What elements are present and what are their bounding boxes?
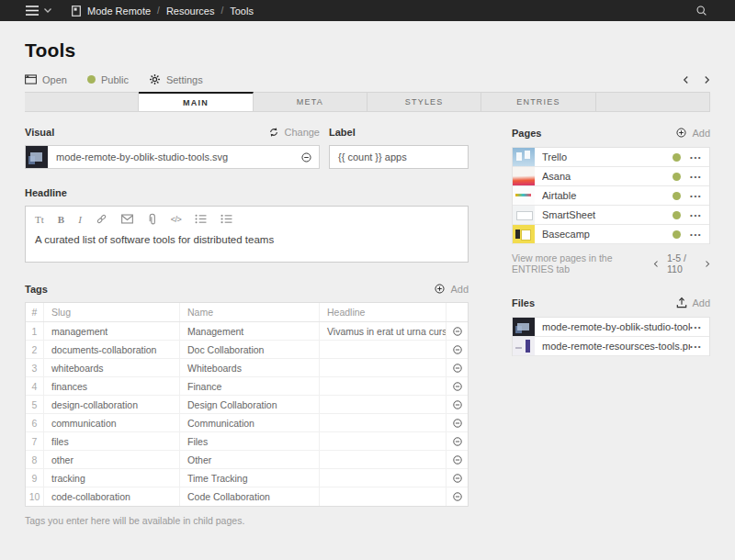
tag-name-cell[interactable]: Doc Collaboration <box>180 341 320 358</box>
open-button[interactable]: Open <box>25 74 67 85</box>
tag-headline-cell[interactable] <box>320 396 447 413</box>
breadcrumb-link[interactable]: Tools <box>230 6 254 17</box>
table-row[interactable]: 8 other Other <box>26 451 468 469</box>
tag-name-cell[interactable]: Time Tracking <box>180 469 320 487</box>
tag-headline-cell[interactable] <box>320 414 447 431</box>
link-icon[interactable] <box>96 213 107 225</box>
breadcrumb-link[interactable]: Resources <box>166 6 215 17</box>
tag-name-cell[interactable]: Finance <box>180 377 320 395</box>
tag-name-cell[interactable]: Management <box>180 322 320 340</box>
prev-page-button[interactable] <box>683 75 689 84</box>
tag-slug-cell[interactable]: tracking <box>44 469 180 487</box>
remove-row-button[interactable] <box>447 377 468 395</box>
tag-slug-cell[interactable]: finances <box>44 377 180 395</box>
tab[interactable]: ENTRIES <box>481 92 595 112</box>
settings-button[interactable]: Settings <box>149 73 203 85</box>
tab[interactable] <box>25 92 139 112</box>
bold-icon[interactable]: B <box>58 214 64 225</box>
tag-name-cell[interactable]: Whiteboards <box>180 359 320 376</box>
tab[interactable] <box>596 92 710 112</box>
hamburger-menu-icon[interactable] <box>26 6 39 16</box>
tab[interactable]: STYLES <box>368 92 481 112</box>
table-row[interactable]: 7 files Files <box>26 432 468 451</box>
headline-text[interactable]: A curated list of software tools for dis… <box>26 229 468 256</box>
pagination-prev-button[interactable] <box>653 260 659 268</box>
page-list-item[interactable]: Airtable ••• <box>513 186 709 206</box>
table-row[interactable]: 1 management Management Vivamus in erat … <box>26 322 468 341</box>
attachment-icon[interactable] <box>147 213 157 225</box>
tag-headline-cell[interactable] <box>320 451 447 468</box>
pagination-next-button[interactable] <box>705 260 710 268</box>
tag-name-cell[interactable]: Communication <box>180 414 320 431</box>
email-icon[interactable] <box>121 214 133 224</box>
remove-row-button[interactable] <box>447 432 468 450</box>
code-icon[interactable]: </> <box>171 215 182 224</box>
tag-slug-cell[interactable]: communication <box>44 414 180 431</box>
remove-row-button[interactable] <box>447 396 468 413</box>
remove-row-button[interactable] <box>447 341 468 358</box>
remove-row-button[interactable] <box>447 451 468 468</box>
status-button[interactable]: Public <box>87 74 129 85</box>
tag-headline-cell[interactable] <box>320 469 447 487</box>
remove-row-button[interactable] <box>447 359 468 376</box>
remove-file-icon[interactable] <box>300 151 312 163</box>
file-list-item[interactable]: mode-remote-by-oblik-studio-tools.svg ••… <box>513 318 709 337</box>
tag-slug-cell[interactable]: whiteboards <box>44 359 180 376</box>
tag-slug-cell[interactable]: management <box>44 322 180 340</box>
table-row[interactable]: 2 documents-collaboration Doc Collaborat… <box>26 341 468 359</box>
page-list-item[interactable]: Trello ••• <box>513 148 709 167</box>
add-page-button[interactable]: Add <box>675 127 710 139</box>
options-icon[interactable]: ••• <box>690 192 702 200</box>
italic-icon[interactable]: I <box>78 214 82 225</box>
upload-file-button[interactable]: Add <box>676 297 710 308</box>
remove-row-button[interactable] <box>447 469 468 487</box>
options-icon[interactable]: ••• <box>690 323 702 331</box>
tag-name-cell[interactable]: Files <box>180 432 320 450</box>
search-icon[interactable] <box>695 5 707 17</box>
change-button[interactable]: Change <box>268 127 320 138</box>
tag-slug-cell[interactable]: design-collaboration <box>44 396 180 413</box>
tab[interactable]: MAIN <box>139 92 253 112</box>
tag-slug-cell[interactable]: documents-collaboration <box>44 341 180 358</box>
remove-row-button[interactable] <box>447 487 468 506</box>
text-format-icon[interactable]: Tt <box>35 214 44 225</box>
remove-row-button[interactable] <box>447 322 468 340</box>
tab[interactable]: META <box>254 92 368 112</box>
options-icon[interactable]: ••• <box>690 342 702 351</box>
ordered-list-icon[interactable] <box>220 214 232 224</box>
label-input[interactable]: {{ count }} apps <box>329 145 469 169</box>
table-row[interactable]: 10 code-collaboration Code Collaboration <box>26 487 468 506</box>
headline-editor[interactable]: Tt B I </> <box>25 206 469 263</box>
tag-headline-cell[interactable] <box>320 487 447 506</box>
bullet-list-icon[interactable] <box>195 214 207 224</box>
remove-row-button[interactable] <box>447 414 468 431</box>
tag-headline-cell[interactable] <box>320 377 447 395</box>
visual-file-row[interactable]: mode-remote-by-oblik-studio-tools.svg <box>25 145 320 169</box>
tag-headline-cell[interactable] <box>320 359 447 376</box>
tag-slug-cell[interactable]: code-collaboration <box>44 487 180 506</box>
options-icon[interactable]: ••• <box>690 173 702 181</box>
options-icon[interactable]: ••• <box>690 230 702 239</box>
file-list-item[interactable]: mode-remote-resoursces-tools.png ••• <box>513 337 709 356</box>
tag-name-cell[interactable]: Other <box>180 451 320 468</box>
table-row[interactable]: 6 communication Communication <box>26 414 468 432</box>
chevron-down-icon[interactable] <box>44 8 51 13</box>
add-tag-button[interactable]: Add <box>434 283 469 295</box>
page-list-item[interactable]: Asana ••• <box>513 167 709 186</box>
page-list-item[interactable]: SmartSheet ••• <box>513 206 709 225</box>
options-icon[interactable]: ••• <box>690 153 702 162</box>
tag-name-cell[interactable]: Design Collaboration <box>180 396 320 413</box>
table-row[interactable]: 3 whiteboards Whiteboards <box>26 359 468 377</box>
tag-name-cell[interactable]: Code Collaboration <box>180 487 320 506</box>
tag-slug-cell[interactable]: files <box>44 432 180 450</box>
tag-headline-cell[interactable]: Vivamus in erat ut urna cursus vestibul.… <box>320 322 447 340</box>
options-icon[interactable]: ••• <box>690 211 702 219</box>
breadcrumb-link[interactable]: Mode Remote <box>87 6 151 17</box>
tag-slug-cell[interactable]: other <box>44 451 180 468</box>
tag-headline-cell[interactable] <box>320 432 447 450</box>
next-page-button[interactable] <box>704 75 710 84</box>
table-row[interactable]: 5 design-collaboration Design Collaborat… <box>26 396 468 414</box>
view-more-link[interactable]: View more pages in the ENTRIES tab <box>512 252 653 274</box>
table-row[interactable]: 4 finances Finance <box>26 377 468 396</box>
page-list-item[interactable]: Basecamp ••• <box>513 225 709 244</box>
